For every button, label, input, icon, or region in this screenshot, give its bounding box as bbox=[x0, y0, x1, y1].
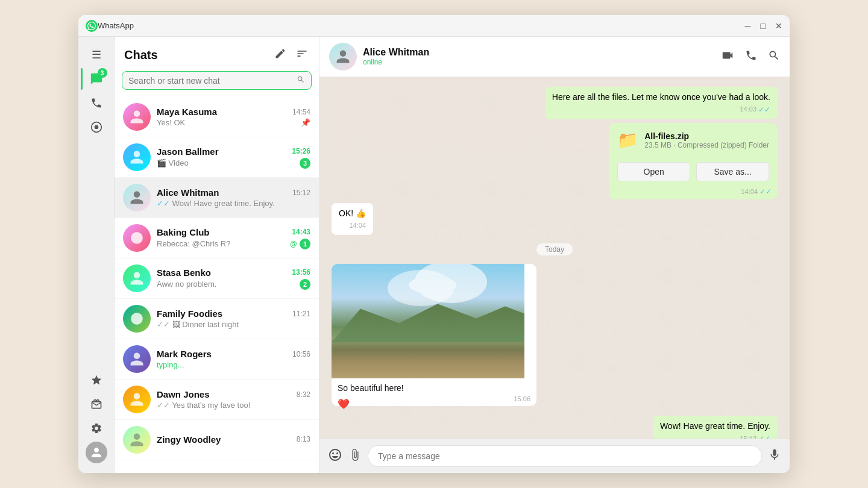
message-4-reaction: ❤️ bbox=[338, 398, 350, 410]
chat-header: Alice Whitman online bbox=[319, 37, 790, 77]
chat-main: 💬 🌿 ❤ 📞 Alice Whitman online bbox=[319, 37, 790, 473]
message-1-time: 14:03 bbox=[740, 105, 756, 114]
window-controls: ─ □ ✕ bbox=[745, 22, 782, 30]
voice-call-button[interactable] bbox=[745, 49, 757, 65]
chat-info-mark: Mark Rogers 10:56 typing... bbox=[157, 349, 310, 369]
nav-calls-icon[interactable] bbox=[86, 92, 107, 114]
message-5-ticks: ✓✓ bbox=[758, 434, 770, 439]
chat-item-family-foodies[interactable]: Family Foodies 11:21 ✓✓ 🖼 Dinner last ni… bbox=[115, 299, 319, 339]
unread-badge-stasa: 2 bbox=[300, 279, 310, 290]
app-body: ☰ 3 bbox=[78, 37, 790, 473]
chat-info-dawn: Dawn Jones 8:32 ✓✓ Yes that's my fave to… bbox=[157, 389, 310, 410]
message-5: Wow! Have great time. Enjoy. 15:12 ✓✓ bbox=[653, 416, 778, 439]
chat-name-alice: Alice Whitman bbox=[157, 187, 219, 198]
save-file-button[interactable]: Save as... bbox=[696, 162, 769, 181]
nav-settings-icon[interactable] bbox=[86, 418, 107, 439]
image-caption: So beautiful here! bbox=[332, 378, 536, 395]
chat-name-stasa: Stasa Benko bbox=[157, 267, 211, 278]
nav-profile-avatar[interactable] bbox=[86, 442, 107, 463]
messages-area: Here are all the files. Let me know once… bbox=[319, 77, 790, 439]
chat-item-mark-rogers[interactable]: Mark Rogers 10:56 typing... bbox=[115, 339, 319, 380]
chat-name-baking: Baking Club bbox=[157, 227, 210, 237]
nav-chats-icon[interactable]: 3 bbox=[86, 68, 107, 90]
close-button[interactable]: ✕ bbox=[775, 22, 782, 30]
chat-name-maya: Maya Kasuma bbox=[157, 107, 217, 117]
chat-time-stasa: 13:56 bbox=[292, 268, 310, 277]
avatar-alice bbox=[123, 184, 151, 211]
chat-name-mark: Mark Rogers bbox=[157, 349, 212, 359]
chat-item-alice-whitman[interactable]: Alice Whitman 15:12 ✓✓ Wow! Have great t… bbox=[115, 178, 319, 218]
search-input-wrap bbox=[122, 71, 312, 90]
message-3-time: 14:04 bbox=[349, 221, 366, 230]
avatar-mark bbox=[123, 345, 151, 373]
avatar-jason bbox=[123, 143, 151, 171]
avatar-stasa bbox=[123, 264, 151, 292]
nav-status-icon[interactable] bbox=[86, 116, 107, 138]
search-input[interactable] bbox=[128, 76, 297, 86]
message-3-text: OK! 👍 bbox=[339, 208, 366, 218]
chat-item-stasa-benko[interactable]: Stasa Benko 13:56 Aww no problem. 2 bbox=[115, 258, 319, 299]
svg-point-1 bbox=[94, 125, 98, 130]
attach-button[interactable] bbox=[348, 448, 362, 465]
avatar-family bbox=[123, 305, 151, 333]
video-call-button[interactable] bbox=[721, 49, 734, 65]
file-name: All-files.zip bbox=[644, 131, 769, 141]
chat-preview-stasa: Aww no problem. bbox=[157, 280, 300, 289]
chat-item-baking-club[interactable]: Baking Club 14:43 Rebecca: @Chris R? @ 1 bbox=[115, 218, 319, 258]
nav-starred-icon[interactable] bbox=[86, 369, 107, 391]
search-chat-button[interactable] bbox=[768, 49, 780, 65]
message-2-wrapper: 📁 All-files.zip 23.5 MB · Compressed (zi… bbox=[609, 123, 778, 199]
unread-badge-jason: 3 bbox=[300, 158, 310, 169]
nav-menu-icon[interactable]: ☰ bbox=[86, 44, 107, 66]
titlebar-app-name: WhatsApp bbox=[98, 21, 745, 30]
pin-icon-maya: 📌 bbox=[301, 118, 310, 127]
chat-input-area bbox=[319, 439, 790, 473]
filter-button[interactable] bbox=[295, 46, 309, 64]
mic-button[interactable] bbox=[768, 448, 781, 465]
nav-sidebar: ☰ 3 bbox=[78, 37, 115, 473]
app-logo bbox=[86, 20, 98, 32]
avatar-dawn bbox=[123, 386, 151, 413]
message-input[interactable] bbox=[368, 445, 762, 467]
chat-item-maya-kasuma[interactable]: Maya Kasuma 14:54 Yes! OK 📌 bbox=[115, 97, 319, 137]
nav-archive-icon[interactable] bbox=[86, 393, 107, 415]
avatar-zingy bbox=[123, 426, 151, 454]
chat-header-avatar[interactable] bbox=[329, 43, 357, 70]
message-3: OK! 👍 14:04 bbox=[332, 203, 373, 235]
emoji-button[interactable] bbox=[328, 448, 342, 465]
chat-info-stasa: Stasa Benko 13:56 Aww no problem. 2 bbox=[157, 267, 310, 290]
chat-time-family: 11:21 bbox=[292, 310, 310, 318]
chat-item-zingy-woodley[interactable]: Zingy Woodley 8:13 bbox=[115, 420, 319, 460]
minimize-button[interactable]: ─ bbox=[745, 22, 751, 30]
open-file-button[interactable]: Open bbox=[617, 162, 690, 181]
chat-item-jason-ballmer[interactable]: Jason Ballmer 15:26 🎬 Video 3 bbox=[115, 137, 319, 178]
message-2-ticks: ✓✓ bbox=[760, 187, 772, 196]
chat-name-family: Family Foodies bbox=[157, 308, 222, 319]
message-2-time: 14:04 bbox=[741, 188, 758, 195]
chats-badge: 3 bbox=[98, 68, 107, 78]
chat-preview-baking: Rebecca: @Chris R? bbox=[157, 239, 290, 248]
chat-time-zingy: 8:13 bbox=[297, 435, 310, 443]
chat-info-alice: Alice Whitman 15:12 ✓✓ Wow! Have great t… bbox=[157, 187, 310, 208]
chat-list-panel: Chats bbox=[115, 37, 319, 473]
chat-list-header: Chats bbox=[115, 37, 319, 71]
chat-preview-alice: ✓✓ Wow! Have great time. Enjoy. bbox=[157, 199, 310, 208]
avatar-maya bbox=[123, 103, 151, 131]
search-icon bbox=[297, 75, 305, 86]
chat-time-maya: 14:54 bbox=[292, 108, 310, 116]
image-meta: 15:06 bbox=[332, 395, 536, 406]
maximize-button[interactable]: □ bbox=[761, 22, 766, 30]
message-2-file: 📁 All-files.zip 23.5 MB · Compressed (zi… bbox=[609, 123, 778, 199]
chat-name-zingy: Zingy Woodley bbox=[157, 434, 221, 445]
chat-item-dawn-jones[interactable]: Dawn Jones 8:32 ✓✓ Yes that's my fave to… bbox=[115, 380, 319, 420]
new-chat-button[interactable] bbox=[273, 46, 288, 64]
chat-info-baking: Baking Club 14:43 Rebecca: @Chris R? @ 1 bbox=[157, 227, 310, 249]
message-1: Here are all the files. Let me know once… bbox=[545, 87, 778, 119]
chat-preview-jason: 🎬 Video bbox=[157, 158, 300, 167]
chat-info-family: Family Foodies 11:21 ✓✓ 🖼 Dinner last ni… bbox=[157, 308, 310, 329]
mountain-photo bbox=[332, 264, 524, 378]
message-1-ticks: ✓✓ bbox=[758, 105, 770, 115]
chat-info-maya: Maya Kasuma 14:54 Yes! OK 📌 bbox=[157, 107, 310, 127]
avatar-baking bbox=[123, 224, 151, 252]
message-2-meta: 14:04 ✓✓ bbox=[609, 187, 778, 199]
